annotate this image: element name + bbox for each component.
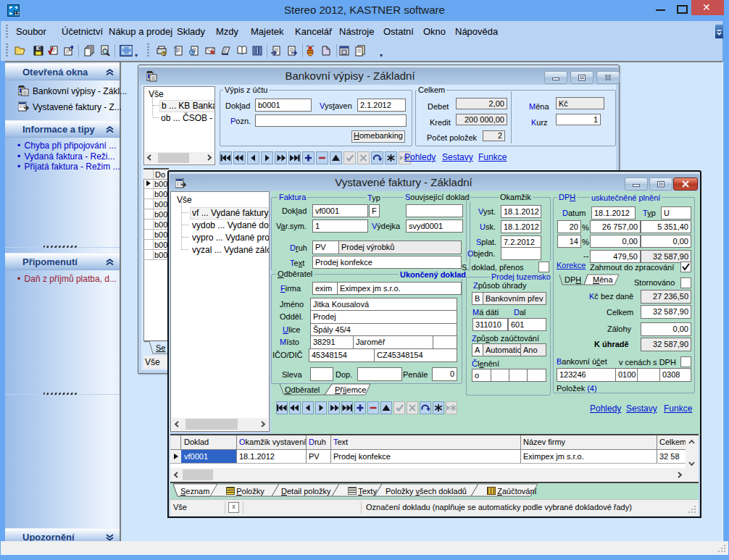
svg-text:$: $ xyxy=(163,51,166,57)
